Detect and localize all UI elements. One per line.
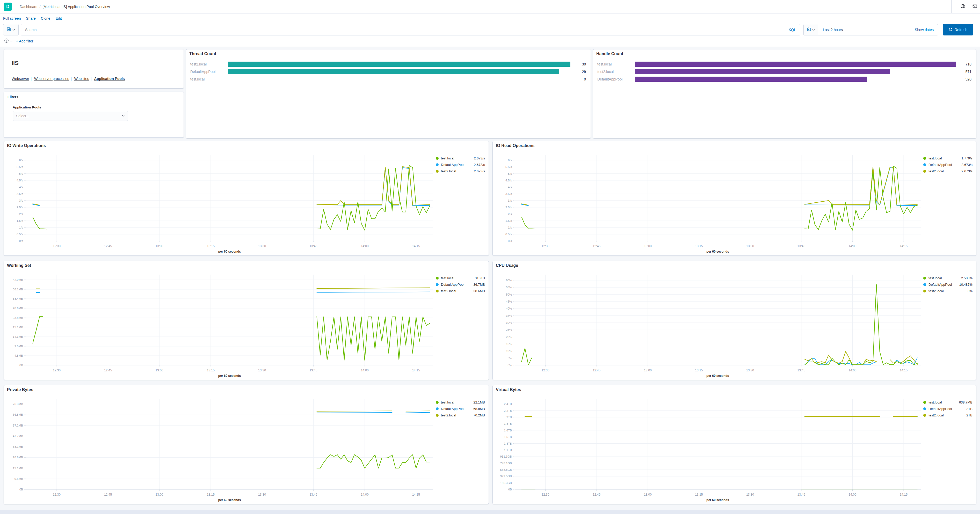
save-query-button[interactable] (3, 24, 19, 35)
query-language-badge[interactable]: KQL (789, 28, 796, 32)
line-chart[interactable]: 12:3012:4513:0013:1513:3013:4514:0014:15… (493, 395, 924, 504)
legend-series-name: test2.local (929, 289, 944, 293)
svg-text:19.1MB: 19.1MB (13, 466, 23, 470)
svg-text:57.2MB: 57.2MB (13, 424, 23, 427)
svg-text:per 60 seconds: per 60 seconds (218, 250, 241, 253)
legend-series-name: test2.local (441, 289, 456, 293)
svg-text:1.1TB: 1.1TB (504, 449, 512, 452)
envelope-icon[interactable] (972, 4, 977, 10)
time-range-value[interactable]: Last 2 hours (818, 28, 915, 32)
bar-category-label: test2.local (597, 69, 614, 75)
line-chart[interactable]: 12:3012:4513:0013:1513:3013:4514:0014:15… (4, 395, 437, 504)
iis-link-separator: | (71, 77, 72, 81)
svg-text:13:15: 13:15 (207, 244, 215, 248)
legend-dot-icon (923, 157, 926, 160)
iis-link-websites[interactable]: Websites (74, 77, 89, 81)
legend-dot-icon (923, 290, 926, 292)
legend-item[interactable]: DefaultAppPool2.673/s (923, 163, 972, 167)
legend-item[interactable]: test2.local2.673/s (923, 169, 972, 173)
svg-text:2.5/s: 2.5/s (505, 206, 512, 209)
panel-thread-count: Thread Count test2.local30DefaultAppPool… (186, 49, 591, 138)
bar-category-label: DefaultAppPool (190, 69, 215, 75)
calendar-button[interactable] (804, 24, 818, 35)
bar-row[interactable]: test.local718 (593, 61, 976, 67)
svg-text:per 60 seconds: per 60 seconds (218, 374, 241, 378)
legend-item[interactable]: DefaultAppPool10.487% (923, 282, 972, 287)
calendar-icon (807, 27, 811, 32)
legend-item[interactable]: test2.local2TB (923, 413, 972, 417)
svg-text:3.5/s: 3.5/s (17, 192, 23, 195)
filter-bar: + Add filter (0, 38, 980, 44)
iis-link-webserver-processes[interactable]: Webserver processes (34, 77, 69, 81)
bar-row[interactable]: DefaultAppPool29 (186, 69, 590, 75)
legend-item[interactable]: test.local1.779/s (923, 156, 972, 160)
line-chart[interactable]: 12:3012:4513:0013:1513:3013:4514:0014:15… (493, 151, 924, 255)
legend-item[interactable]: DefaultAppPool68.8MB (436, 407, 485, 411)
svg-text:13:15: 13:15 (207, 368, 215, 372)
iis-link-application-pools[interactable]: Application Pools (94, 77, 125, 81)
breadcrumb-dashboard[interactable]: Dashboard (20, 5, 38, 9)
svg-text:12:45: 12:45 (104, 368, 112, 372)
svg-text:1/s: 1/s (508, 226, 512, 229)
refresh-button[interactable]: Refresh (943, 24, 973, 35)
bar-row[interactable]: DefaultAppPool520 (593, 76, 976, 82)
bar-row[interactable]: test2.local30 (186, 61, 590, 67)
filter-options-icon[interactable] (4, 38, 9, 44)
legend-item[interactable]: test2.local0% (923, 289, 972, 293)
svg-text:6/s: 6/s (19, 159, 23, 162)
legend-item[interactable]: test.local638.7MB (923, 400, 972, 404)
add-filter-button[interactable]: + Add filter (16, 39, 33, 43)
svg-text:0/s: 0/s (19, 240, 23, 243)
svg-text:1.3TB: 1.3TB (504, 442, 512, 445)
full-screen-link[interactable]: Full screen (3, 16, 21, 21)
clone-link[interactable]: Clone (41, 16, 51, 21)
line-chart[interactable]: 12:3012:4513:0013:1513:3013:4514:0014:15… (493, 270, 924, 380)
query-bar: Search KQL Last 2 hours Show dates Refre… (0, 24, 980, 35)
bar-row[interactable]: test.local0 (186, 76, 590, 82)
svg-text:6/s: 6/s (508, 159, 512, 162)
legend-item[interactable]: DefaultAppPool2TB (923, 407, 972, 411)
iis-link-webserver[interactable]: Webserver (12, 77, 29, 81)
line-chart[interactable]: 12:3012:4513:0013:1513:3013:4514:0014:15… (4, 151, 437, 255)
legend-dot-icon (923, 408, 926, 410)
line-chart[interactable]: 12:3012:4513:0013:1513:3013:4514:0014:15… (4, 270, 437, 380)
legend-item[interactable]: test.local2.673/s (436, 156, 485, 160)
refresh-icon (949, 27, 953, 32)
legend-item[interactable]: DefaultAppPool2.673/s (436, 163, 485, 167)
bar[interactable] (635, 62, 956, 67)
legend-item[interactable]: DefaultAppPool36.7MB (436, 282, 485, 287)
share-link[interactable]: Share (26, 16, 35, 21)
search-input[interactable]: Search KQL (21, 24, 800, 35)
legend-item[interactable]: test.local316KB (436, 276, 485, 280)
globe-icon[interactable] (960, 4, 966, 10)
svg-text:12:30: 12:30 (53, 244, 60, 248)
svg-text:76.3MB: 76.3MB (13, 403, 23, 406)
legend-series-name: DefaultAppPool (441, 282, 464, 287)
bar[interactable] (635, 77, 867, 82)
legend-item[interactable]: test.local22.1MB (436, 400, 485, 404)
svg-text:15%: 15% (506, 343, 512, 346)
legend-item[interactable]: test.local2.588% (923, 276, 972, 280)
svg-text:14:15: 14:15 (900, 493, 907, 497)
bar[interactable] (228, 69, 559, 74)
show-dates-button[interactable]: Show dates (915, 28, 938, 32)
legend-item[interactable]: test2.local38.6MB (436, 289, 485, 293)
legend-series-value: 36.7MB (473, 282, 485, 287)
svg-text:1.5/s: 1.5/s (505, 219, 512, 222)
legend-item[interactable]: test2.local2.673/s (436, 169, 485, 173)
panel-io-write-operations: IO Write Operations 12:3012:4513:0013:15… (4, 141, 489, 256)
bar[interactable] (635, 69, 890, 74)
svg-text:4.5/s: 4.5/s (505, 179, 512, 182)
bar[interactable] (228, 62, 570, 67)
bar-category-label: test.local (597, 61, 612, 67)
bar-row[interactable]: test2.local571 (593, 69, 976, 75)
svg-text:186.3GB: 186.3GB (500, 481, 512, 484)
svg-text:13:00: 13:00 (644, 493, 652, 497)
dashboard-app-icon[interactable]: D (4, 3, 12, 11)
chart-legend: test.local638.7MBDefaultAppPool2TBtest2.… (923, 400, 972, 420)
edit-link[interactable]: Edit (56, 16, 62, 21)
application-pools-select[interactable]: Select... (13, 111, 128, 121)
svg-text:13:15: 13:15 (695, 368, 703, 372)
svg-text:13:30: 13:30 (746, 244, 754, 248)
legend-item[interactable]: test2.local70.2MB (436, 413, 485, 417)
